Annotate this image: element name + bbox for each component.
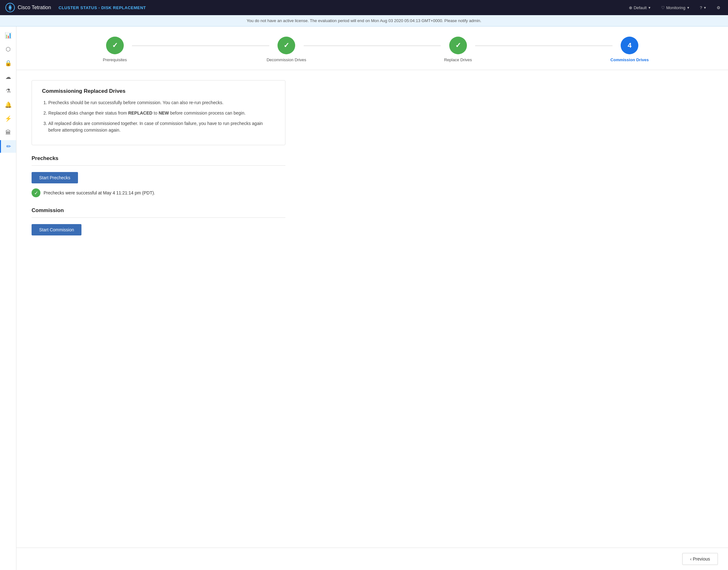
sidebar-item-alerts[interactable]: ⚡	[2, 112, 15, 125]
step-circle-decommission: ✓	[277, 37, 295, 54]
chevron-down-icon: ▼	[687, 6, 690, 9]
page-content: Commissioning Replaced Drives Prechecks …	[16, 70, 300, 256]
step-commission: 4 Commission Drives	[544, 37, 716, 62]
step-label-commission: Commission Drives	[611, 57, 649, 62]
sidebar-item-security[interactable]: 🔒	[2, 57, 15, 69]
monitoring-dropdown[interactable]: ♡ Monitoring ▼	[659, 4, 692, 11]
main-layout: 📊 ⬡ 🔒 ☁ ⚗ 🔔 ⚡ 🏛 ✏ ✓ Prerequisites ✓ Deco…	[0, 26, 728, 570]
svg-point-1	[9, 6, 11, 9]
heart-icon: ♡	[661, 5, 665, 10]
commission-title: Commission	[32, 207, 285, 218]
sidebar-item-dashboard[interactable]: 📊	[2, 29, 15, 42]
step-circle-replace: ✓	[449, 37, 467, 54]
license-banner: You do not have an active license. The e…	[0, 15, 728, 26]
top-nav: Cisco Tetration CLUSTER STATUS - DISK RE…	[0, 0, 728, 15]
step-label-replace: Replace Drives	[444, 57, 472, 62]
content-area: ✓ Prerequisites ✓ Decommission Drives ✓ …	[16, 26, 728, 570]
step-label-prerequisites: Prerequisites	[103, 57, 127, 62]
sidebar-item-topology[interactable]: ⬡	[2, 43, 15, 55]
info-item-3: All replaced disks are commissioned toge…	[48, 120, 275, 133]
start-commission-button[interactable]: Start Commission	[32, 224, 81, 236]
prechecks-title: Prechecks	[32, 155, 285, 166]
previous-button[interactable]: ‹ Previous	[682, 553, 718, 565]
page-title: CLUSTER STATUS - DISK REPLACEMENT	[59, 5, 627, 10]
sidebar: 📊 ⬡ 🔒 ☁ ⚗ 🔔 ⚡ 🏛 ✏	[0, 26, 16, 570]
prechecks-success-row: ✓ Prechecks were successful at May 4 11:…	[32, 189, 285, 197]
prechecks-success-text: Prechecks were successful at May 4 11:21…	[44, 190, 155, 195]
step-circle-commission: 4	[621, 37, 638, 54]
sidebar-item-notifications[interactable]: 🔔	[2, 98, 15, 111]
chevron-down-icon: ▼	[648, 6, 651, 9]
info-item-1: Prechecks should be run successfully bef…	[48, 99, 275, 106]
bottom-bar: ‹ Previous	[16, 548, 728, 570]
settings-button[interactable]: ⚙	[714, 4, 723, 11]
step-decommission: ✓ Decommission Drives	[201, 37, 373, 62]
step-label-decommission: Decommission Drives	[266, 57, 306, 62]
info-box: Commissioning Replaced Drives Prechecks …	[32, 80, 285, 145]
nav-right: ⊕ Default ▼ ♡ Monitoring ▼ ? ▼ ⚙	[626, 4, 723, 11]
chevron-down-icon: ▼	[703, 6, 707, 9]
logo-icon	[5, 3, 15, 13]
sidebar-item-data[interactable]: 🏛	[2, 126, 15, 139]
start-prechecks-button[interactable]: Start Prechecks	[32, 172, 78, 183]
commission-section: Commission Start Commission	[32, 207, 285, 236]
stepper: ✓ Prerequisites ✓ Decommission Drives ✓ …	[16, 26, 728, 70]
step-circle-prerequisites: ✓	[106, 37, 124, 54]
info-box-list: Prechecks should be run successfully bef…	[42, 99, 275, 133]
sidebar-item-configuration[interactable]: ✏	[0, 140, 16, 153]
prechecks-success-icon: ✓	[32, 189, 40, 197]
prechecks-section: Prechecks Start Prechecks ✓ Prechecks we…	[32, 155, 285, 197]
info-item-2: Replaced disks change their status from …	[48, 110, 275, 116]
sidebar-item-cloud[interactable]: ☁	[2, 71, 15, 83]
step-replace: ✓ Replace Drives	[372, 37, 544, 62]
help-button[interactable]: ? ▼	[697, 4, 709, 11]
default-icon: ⊕	[629, 5, 632, 10]
sidebar-item-experiments[interactable]: ⚗	[2, 84, 15, 97]
info-box-title: Commissioning Replaced Drives	[42, 88, 275, 94]
logo: Cisco Tetration	[5, 3, 51, 13]
default-dropdown[interactable]: ⊕ Default ▼	[626, 4, 654, 11]
app-name: Cisco Tetration	[18, 5, 51, 10]
step-prerequisites: ✓ Prerequisites	[29, 37, 201, 62]
